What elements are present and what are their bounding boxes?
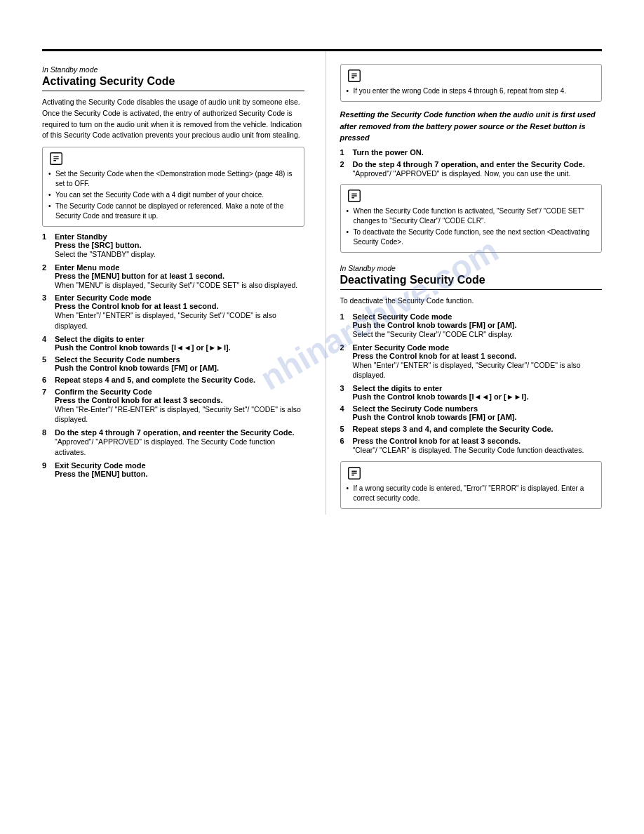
deact-section: In Standby mode Deactivating Security Co… xyxy=(340,264,603,509)
deact-step-2-action: Press the Control knob for at least 1 se… xyxy=(353,352,517,360)
step-9-num: 9 xyxy=(42,461,52,478)
step-6: 6 Repeat steps 4 and 5, and complete the… xyxy=(42,376,304,384)
deact-step-4-header: Select the Seciruty Code numbers xyxy=(353,404,478,413)
step-3-header: Enter Security Code mode xyxy=(55,293,152,302)
step-7-detail: When "Re-Enter"/ "RE-ENTER" is displayed… xyxy=(55,405,301,424)
step-2-action: Press the [MENU] button for at least 1 s… xyxy=(55,272,224,280)
step-7-header: Confirm the Security Code xyxy=(55,388,152,396)
step-3-content: Enter Security Code mode Press the Contr… xyxy=(55,293,304,331)
right-note-list-top: If you enter the wrong Code in steps 4 t… xyxy=(347,86,596,96)
step-3: 3 Enter Security Code mode Press the Con… xyxy=(42,293,304,331)
reset-step-1-header: Turn the power ON. xyxy=(353,148,424,157)
reset-step-1-num: 1 xyxy=(340,148,350,157)
right-note-wrong-code: If you enter the wrong Code in steps 4 t… xyxy=(347,86,596,96)
left-section-title: Activating Security Code xyxy=(42,75,304,91)
deact-step-6-header: Press the Control knob for at least 3 se… xyxy=(353,437,521,445)
deact-section-label: In Standby mode xyxy=(340,264,603,272)
step-1-content: Enter Standby Press the [SRC] button. Se… xyxy=(55,232,304,260)
reset-step-2-detail: "Approved"/ "APPROVED" is displayed. Now… xyxy=(353,169,571,178)
deact-step-2-content: Enter Security Code mode Press the Contr… xyxy=(353,343,603,380)
right-note-activated-1: When the Security Code function is activ… xyxy=(347,206,596,226)
step-3-detail: When "Enter"/ "ENTER" is displayed, "Sec… xyxy=(55,311,276,330)
deact-step-1: 1 Select Security Code mode Push the Con… xyxy=(340,312,603,340)
step-2-num: 2 xyxy=(42,263,52,291)
step-1-header: Enter Standby xyxy=(55,232,107,241)
right-note-activated-2: To deactivate the Security Code function… xyxy=(347,227,596,247)
step-6-header: Repeat steps 4 and 5, and complete the S… xyxy=(55,376,255,384)
note-icon-right-deact xyxy=(347,465,362,481)
reset-heading: Resetting the Security Code function whe… xyxy=(340,109,603,144)
deact-step-3: 3 Select the digits to enter Push the Co… xyxy=(340,384,603,401)
step-1-detail: Select the "STANDBY" display. xyxy=(55,250,156,258)
reset-step-1: 1 Turn the power ON. xyxy=(340,148,603,157)
step-3-action: Press the Control knob for at least 1 se… xyxy=(55,302,219,310)
deact-step-2: 2 Enter Security Code mode Press the Con… xyxy=(340,343,603,380)
reset-step-1-content: Turn the power ON. xyxy=(353,148,603,157)
deact-step-5: 5 Repeat steps 3 and 4, and complete the… xyxy=(340,425,603,433)
content-area: In Standby mode Activating Security Code… xyxy=(0,51,644,515)
deact-step-4-action: Push the Control knob towards [FM] or [A… xyxy=(353,413,517,421)
step-5-action: Push the Control knob towards [FM] or [A… xyxy=(55,364,219,372)
step-4-header: Select the digits to enter xyxy=(55,335,145,343)
left-note-item-3: The Security Code cannot be displayed or… xyxy=(48,201,298,221)
reset-step-2: 2 Do the step 4 through 7 operation, and… xyxy=(340,160,603,179)
right-column: If you enter the wrong Code in steps 4 t… xyxy=(326,51,603,515)
reset-step-2-content: Do the step 4 through 7 operation, and e… xyxy=(353,160,603,179)
step-6-content: Repeat steps 4 and 5, and complete the S… xyxy=(55,376,304,384)
deact-step-1-action: Push the Control knob towards [FM] or [A… xyxy=(353,321,517,329)
step-4-action: Push the Control knob towards [I◄◄] or [… xyxy=(55,343,231,352)
step-5-header: Select the Security Code numbers xyxy=(55,355,180,364)
deact-step-6: 6 Press the Control knob for at least 3 … xyxy=(340,437,603,456)
left-note-item-2: You can set the Security Code with a 4 d… xyxy=(48,190,298,200)
deact-step-6-num: 6 xyxy=(340,437,350,456)
step-5-num: 5 xyxy=(42,355,52,372)
right-note-box-deact: If a wrong security code is entered, "Er… xyxy=(340,461,603,509)
step-8-content: Do the step 4 through 7 operation, and r… xyxy=(55,428,304,457)
step-8-header: Do the step 4 through 7 operation, and r… xyxy=(55,428,295,437)
deact-step-1-detail: Select the "Security Clear"/ "CODE CLR" … xyxy=(353,330,513,338)
step-4-num: 4 xyxy=(42,335,52,352)
left-section-label: In Standby mode xyxy=(42,65,304,74)
step-8-detail: "Approved"/ "APPROVED" is displayed. The… xyxy=(55,437,275,456)
right-note-deact-list: If a wrong security code is entered, "Er… xyxy=(347,484,596,503)
deact-step-2-header: Enter Security Code mode xyxy=(353,343,450,352)
note-icon-right-top xyxy=(347,68,362,84)
right-note-deact-wrong: If a wrong security code is entered, "Er… xyxy=(347,484,596,503)
right-note-box-top: If you enter the wrong Code in steps 4 t… xyxy=(340,64,603,102)
step-9: 9 Exit Security Code mode Press the [MEN… xyxy=(42,461,304,478)
deact-step-6-detail: "Clear"/ "CLEAR" is displayed. The Secur… xyxy=(353,446,584,454)
reset-step-2-num: 2 xyxy=(340,160,350,179)
step-2-content: Enter Menu mode Press the [MENU] button … xyxy=(55,263,304,291)
deact-step-4-num: 4 xyxy=(340,404,350,421)
deact-step-2-detail: When "Enter"/ "ENTER" is displayed, "Sec… xyxy=(353,361,581,380)
step-7-num: 7 xyxy=(42,388,52,425)
step-1-action: Press the [SRC] button. xyxy=(55,241,141,249)
deact-step-5-num: 5 xyxy=(340,425,350,433)
step-1-num: 1 xyxy=(42,232,52,260)
left-note-list: Set the Security Code when the <Demonstr… xyxy=(48,169,298,221)
step-2: 2 Enter Menu mode Press the [MENU] butto… xyxy=(42,263,304,291)
reset-step-2-header: Do the step 4 through 7 operation, and e… xyxy=(353,160,585,168)
step-2-detail: When "MENU" is displayed, "Security Set"… xyxy=(55,281,297,289)
deact-step-6-content: Press the Control knob for at least 3 se… xyxy=(353,437,603,456)
deact-step-1-num: 1 xyxy=(340,312,350,340)
step-7-action: Press the Control knob for at least 3 se… xyxy=(55,396,223,404)
deact-step-3-action: Push the Control knob towards [I◄◄] or [… xyxy=(353,392,529,401)
step-9-header: Exit Security Code mode xyxy=(55,461,146,470)
right-note-box-activated: When the Security Code function is activ… xyxy=(340,184,603,253)
step-5: 5 Select the Security Code numbers Push … xyxy=(42,355,304,372)
deact-step-4: 4 Select the Seciruty Code numbers Push … xyxy=(340,404,603,421)
deact-section-title: Deactivating Security Code xyxy=(340,274,603,290)
deact-step-1-header: Select Security Code mode xyxy=(353,312,452,321)
step-7-content: Confirm the Security Code Press the Cont… xyxy=(55,388,304,425)
step-4: 4 Select the digits to enter Push the Co… xyxy=(42,335,304,352)
left-note-box: Set the Security Code when the <Demonstr… xyxy=(42,147,304,227)
step-9-content: Exit Security Code mode Press the [MENU]… xyxy=(55,461,304,478)
left-note-item-1: Set the Security Code when the <Demonstr… xyxy=(48,169,298,189)
deact-step-4-content: Select the Seciruty Code numbers Push th… xyxy=(353,404,603,421)
step-2-header: Enter Menu mode xyxy=(55,263,119,272)
deact-step-1-content: Select Security Code mode Push the Contr… xyxy=(353,312,603,340)
deact-step-3-content: Select the digits to enter Push the Cont… xyxy=(353,384,603,401)
step-8: 8 Do the step 4 through 7 operation, and… xyxy=(42,428,304,457)
right-note-activated-list: When the Security Code function is activ… xyxy=(347,206,596,247)
